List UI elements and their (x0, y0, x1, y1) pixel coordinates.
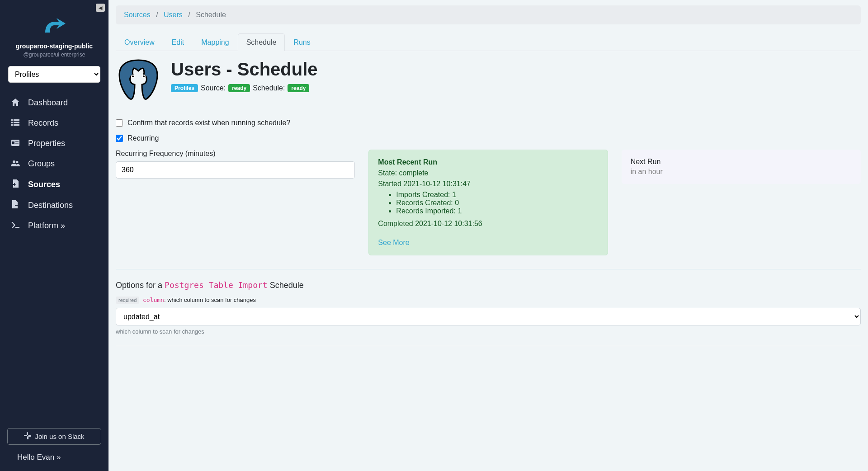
sidebar-item-label: Properties (28, 139, 65, 148)
frequency-input[interactable] (116, 161, 355, 179)
logo (0, 0, 108, 42)
sidebar-item-records[interactable]: Records (0, 113, 108, 133)
svg-point-11 (16, 161, 19, 163)
recurring-label[interactable]: Recurring (127, 134, 159, 142)
recent-run-panel: Most Recent Run State: complete Started … (368, 150, 608, 255)
svg-rect-0 (11, 119, 13, 121)
recent-run-stat: Imports Created: 1 (396, 191, 598, 199)
source-state-badge: ready (228, 84, 250, 92)
recent-run-state: State: complete (378, 169, 598, 177)
source-label: Source: (201, 84, 226, 92)
model-selector[interactable]: Profiles (8, 66, 100, 83)
required-badge: required (116, 297, 139, 304)
svg-rect-8 (15, 141, 19, 142)
page-header: Users - Schedule Profiles Source: ready … (116, 59, 861, 108)
recent-run-completed: Completed 2021-10-12 10:31:56 (378, 220, 598, 228)
frequency-label: Recurring Frequency (minutes) (116, 150, 355, 158)
svg-rect-9 (15, 143, 19, 144)
schedule-label: Schedule: (253, 84, 285, 92)
recent-run-stat: Records Imported: 1 (396, 207, 598, 215)
sidebar-collapse-button[interactable]: ◀ (96, 4, 105, 12)
sidebar-item-destinations[interactable]: Destinations (0, 195, 108, 216)
confirm-records-checkbox[interactable] (116, 119, 123, 127)
join-slack-button[interactable]: Join us on Slack (7, 428, 101, 445)
sidebar-item-label: Groups (28, 159, 55, 169)
confirm-records-label[interactable]: Confirm that records exist when running … (127, 119, 290, 127)
breadcrumb-link-users[interactable]: Users (164, 11, 183, 19)
svg-rect-1 (14, 119, 19, 121)
main-content: Sources / Users / Schedule Overview Edit… (108, 0, 868, 471)
status-badges: Profiles Source: ready Schedule: ready (171, 84, 318, 92)
users-icon (11, 160, 20, 168)
breadcrumb-separator: / (188, 11, 190, 19)
breadcrumb: Sources / Users / Schedule (116, 5, 861, 24)
list-icon (11, 119, 20, 127)
recent-run-title: Most Recent Run (378, 158, 437, 166)
svg-rect-15 (27, 436, 28, 439)
slack-button-label: Join us on Slack (35, 433, 84, 440)
tab-edit[interactable]: Edit (163, 33, 193, 51)
next-run-title: Next Run (631, 158, 852, 166)
svg-rect-3 (14, 122, 19, 123)
sidebar-item-label: Platform » (28, 221, 65, 231)
tab-schedule[interactable]: Schedule (238, 33, 285, 51)
svg-point-18 (132, 75, 134, 77)
sidebar-item-sources[interactable]: Sources (0, 174, 108, 195)
schedule-state-badge: ready (288, 84, 309, 92)
next-run-panel: Next Run in an hour (622, 150, 861, 184)
id-card-icon (11, 140, 20, 148)
breadcrumb-separator: / (156, 11, 158, 19)
terminal-icon (11, 222, 20, 230)
column-help-text: which column to scan for changes (116, 328, 861, 335)
recurring-check: Recurring (116, 134, 861, 142)
see-more-link[interactable]: See More (378, 239, 409, 246)
sidebar-item-dashboard[interactable]: Dashboard (0, 93, 108, 113)
sidebar-item-groups[interactable]: Groups (0, 154, 108, 174)
next-run-column: Next Run in an hour (622, 150, 861, 255)
divider (116, 346, 861, 346)
frequency-column: Recurring Frequency (minutes) (116, 150, 355, 255)
svg-rect-13 (27, 432, 28, 435)
svg-point-20 (143, 75, 145, 77)
cluster-name: grouparoo-staging-public (0, 42, 108, 50)
file-export-icon (11, 200, 20, 210)
sidebar-item-properties[interactable]: Properties (0, 133, 108, 154)
svg-rect-16 (28, 435, 31, 437)
sidebar-item-label: Dashboard (28, 98, 68, 108)
column-code: column (143, 297, 164, 303)
sidebar-item-label: Sources (28, 180, 60, 189)
svg-rect-14 (24, 435, 27, 436)
sidebar-nav: Dashboard Records Properties Groups Sour… (0, 91, 108, 422)
tab-runs[interactable]: Runs (285, 33, 319, 51)
recent-run-started: Started 2021-10-12 10:31:47 (378, 180, 598, 188)
page-title: Users - Schedule (171, 59, 318, 80)
column-select[interactable]: updated_at (116, 308, 861, 325)
recurring-checkbox[interactable] (116, 135, 123, 142)
tab-overview[interactable]: Overview (116, 33, 163, 51)
column-option-meta: required column: which column to scan fo… (116, 297, 861, 303)
tab-mapping[interactable]: Mapping (193, 33, 237, 51)
postgres-icon (116, 59, 161, 108)
divider (116, 269, 861, 269)
sidebar-item-label: Records (28, 118, 58, 128)
svg-rect-2 (11, 122, 13, 123)
breadcrumb-current: Schedule (196, 11, 226, 19)
grouparoo-logo-icon (41, 14, 68, 36)
hello-user-link[interactable]: Hello Evan » (7, 445, 101, 462)
edition-label: @grouparoo/ui-enterprise (0, 50, 108, 66)
sidebar: ◀ grouparoo-staging-public @grouparoo/ui… (0, 0, 108, 471)
file-import-icon (11, 179, 20, 189)
options-heading: Options for a Postgres Table Import Sche… (116, 280, 861, 290)
svg-rect-7 (12, 141, 14, 144)
sidebar-item-platform[interactable]: Platform » (0, 216, 108, 236)
tabs: Overview Edit Mapping Schedule Runs (116, 33, 861, 51)
recent-run-column: Most Recent Run State: complete Started … (368, 150, 608, 255)
next-run-value: in an hour (631, 168, 852, 176)
svg-rect-5 (14, 124, 19, 126)
svg-rect-12 (15, 227, 19, 228)
recent-run-stat: Records Created: 0 (396, 199, 598, 207)
svg-rect-4 (11, 124, 13, 126)
home-icon (11, 99, 20, 108)
sidebar-item-label: Destinations (28, 201, 73, 210)
breadcrumb-link-sources[interactable]: Sources (124, 11, 151, 19)
